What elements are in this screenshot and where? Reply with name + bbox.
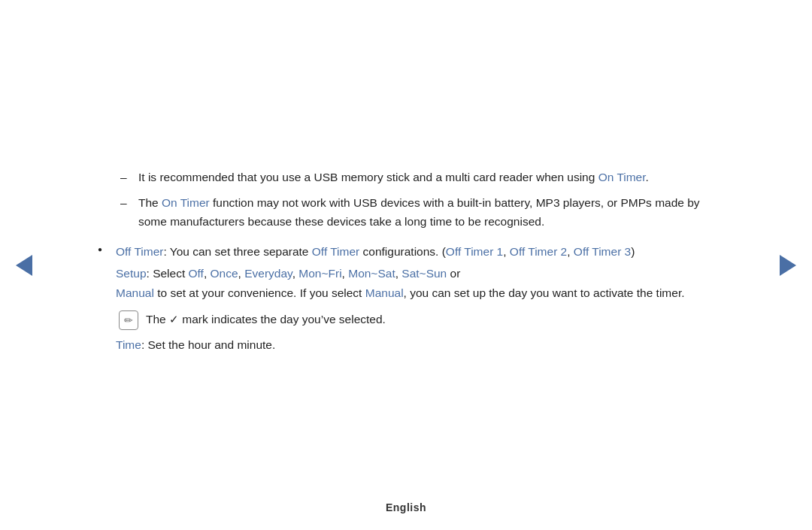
dash-item-1-text-after: . <box>646 171 649 183</box>
dash-item-2: The On Timer function may not work with … <box>120 193 714 232</box>
comma-1: , <box>204 267 211 280</box>
setup-label[interactable]: Setup <box>116 267 147 280</box>
note-text: The ✓ mark indicates the day you’ve sele… <box>146 310 386 329</box>
off-timer-label-2[interactable]: Off Timer <box>312 245 359 258</box>
on-timer-link-2[interactable]: On Timer <box>162 196 210 209</box>
time-label[interactable]: Time <box>116 338 141 351</box>
sep-1: , <box>503 245 510 258</box>
note-text-after: mark indicates the day you’ve selected. <box>179 313 386 326</box>
everyday-option[interactable]: Everyday <box>244 267 292 280</box>
time-text: : Set the hour and minute. <box>141 338 275 351</box>
mon-sat-option[interactable]: Mon~Sat <box>348 267 395 280</box>
left-arrow-icon <box>16 255 32 276</box>
time-line: Time: Set the hour and minute. <box>116 335 714 355</box>
footer-language: English <box>386 501 426 513</box>
mon-fri-option[interactable]: Mon~Fri <box>298 267 341 280</box>
comma-2: , <box>238 267 245 280</box>
note-text-before: The <box>146 313 169 326</box>
off-option[interactable]: Off <box>189 267 204 280</box>
page-container: It is recommended that you use a USB mem… <box>0 0 812 530</box>
dash-item-2-text-before: The <box>138 196 162 209</box>
off-timer-label[interactable]: Off Timer <box>116 245 163 258</box>
manual-2-option[interactable]: Manual <box>365 286 404 299</box>
nav-arrow-right[interactable] <box>777 255 798 276</box>
dash-list: It is recommended that you use a USB mem… <box>120 168 714 232</box>
once-option[interactable]: Once <box>211 267 238 280</box>
off-timer-1-label[interactable]: Off Timer 1 <box>446 245 503 258</box>
setup-text-1: : Select <box>147 267 189 280</box>
bullet-text-1: : You can set three separate <box>163 245 311 258</box>
setup-line: Setup: Select Off, Once, Everyday, Mon~F… <box>116 264 714 302</box>
checkmark-icon: ✓ <box>169 313 179 326</box>
bullet-text-3: ) <box>631 245 635 258</box>
dash-item-1-text-before: It is recommended that you use a USB mem… <box>138 171 598 183</box>
content-area: It is recommended that you use a USB mem… <box>83 145 729 385</box>
bullet-item-off-timer: Off Timer: You can set three separate Of… <box>98 242 714 355</box>
dash-item-2-text-after: function may not work with USB devices w… <box>138 196 700 229</box>
sep-2: , <box>567 245 574 258</box>
off-timer-2-label[interactable]: Off Timer 2 <box>510 245 567 258</box>
on-timer-link-1[interactable]: On Timer <box>598 171 646 183</box>
sat-sun-option[interactable]: Sat~Sun <box>401 267 447 280</box>
note-block: The ✓ mark indicates the day you’ve sele… <box>119 310 714 329</box>
off-timer-3-label[interactable]: Off Timer 3 <box>574 245 631 258</box>
manual-1-option[interactable]: Manual <box>116 286 154 299</box>
setup-text-2: or <box>447 267 460 280</box>
bullet-text-2: configurations. ( <box>359 245 446 258</box>
comma-4: , <box>342 267 349 280</box>
note-icon <box>119 310 138 330</box>
bullet-list: Off Timer: You can set three separate Of… <box>98 242 714 355</box>
dash-item-1: It is recommended that you use a USB mem… <box>120 168 714 187</box>
setup-text-4: , you can set up the day you want to act… <box>404 286 685 299</box>
setup-text-3: to set at your convenience. If you selec… <box>154 286 365 299</box>
nav-arrow-left[interactable] <box>14 255 35 276</box>
right-arrow-icon <box>780 255 796 276</box>
